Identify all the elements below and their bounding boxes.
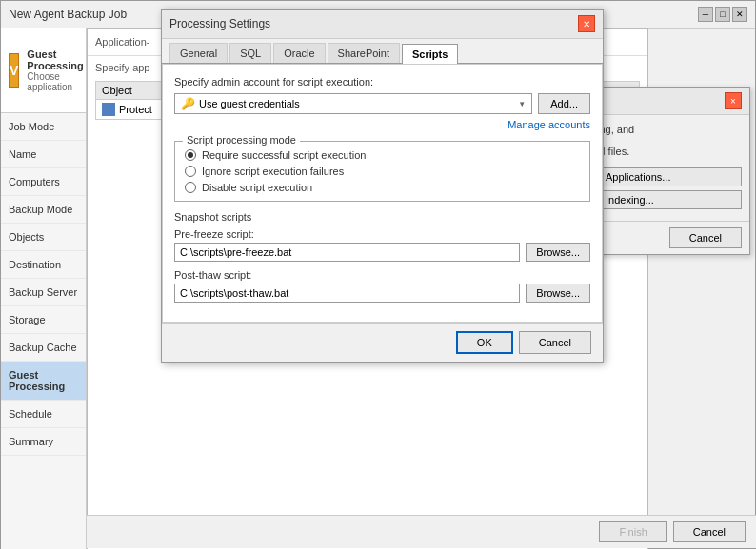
dialog-titlebar: Processing Settings ✕ (162, 10, 603, 39)
dialog-content: Specify admin account for script executi… (162, 64, 603, 323)
close-outer-btn[interactable]: ✕ (732, 7, 747, 22)
outer-controls: ─ □ ✕ (698, 7, 747, 22)
radio-ignore-circle[interactable] (185, 166, 196, 177)
tab-scripts[interactable]: Scripts (402, 44, 458, 64)
ok-btn[interactable]: OK (456, 331, 513, 354)
second-dialog-titlebar: × (589, 88, 749, 115)
tab-sharepoint[interactable]: SharePoint (328, 43, 400, 63)
cancel-btn[interactable]: Cancel (519, 331, 591, 354)
behind-table-cell: Protect (119, 104, 152, 115)
credential-select[interactable]: 🔑 Use guest credentials ▼ (174, 93, 532, 114)
dialog-tabs: General SQL Oracle SharePoint Scripts (162, 39, 603, 64)
dropdown-arrow-icon: ▼ (518, 100, 526, 108)
radio-disable-label: Disable script execution (202, 182, 312, 193)
prefreeze-browse-btn[interactable]: Browse... (526, 243, 590, 262)
postthaw-row: Browse... (174, 284, 590, 303)
add-account-btn[interactable]: Add... (538, 93, 590, 114)
admin-section-label: Specify admin account for script executi… (174, 76, 590, 88)
dialog-footer: OK Cancel (162, 323, 603, 362)
sidebar-item-summary[interactable]: Summary (1, 428, 86, 456)
dialog-close-btn[interactable]: ✕ (578, 15, 595, 32)
sidebar-item-schedule[interactable]: Schedule (1, 401, 86, 428)
snapshot-scripts-section: Snapshot scripts Pre-freeze script: Brow… (174, 211, 590, 303)
sidebar-header: V Guest Processing Choose application (1, 28, 86, 113)
radio-require-circle[interactable] (185, 149, 196, 161)
second-dialog: × ing, and al files. Applications... Ind… (588, 87, 750, 255)
processing-settings-dialog: Processing Settings ✕ General SQL Oracle… (161, 9, 604, 363)
second-dialog-close[interactable]: × (725, 92, 742, 109)
sidebar-item-backupserver[interactable]: Backup Server (1, 279, 86, 306)
tab-oracle[interactable]: Oracle (273, 43, 325, 63)
indexing-btn-second[interactable]: Indexing... (597, 190, 742, 209)
main-footer: Finish Cancel (87, 515, 756, 548)
sidebar-item-computers[interactable]: Computers (1, 168, 86, 196)
radio-require-label: Require successful script execution (202, 149, 366, 161)
sidebar-item-guestprocessing[interactable]: Guest Processing (1, 362, 86, 401)
sidebar-item-jobmode[interactable]: Job Mode (1, 113, 86, 141)
prefreeze-row: Browse... (174, 243, 590, 262)
outer-window: New Agent Backup Job ─ □ ✕ V Guest Proce… (0, 0, 756, 549)
table-row-icon (102, 103, 115, 116)
prefreeze-input[interactable] (174, 243, 520, 262)
second-dialog-content: ing, and al files. Applications... Index… (589, 115, 749, 221)
main-cancel-btn[interactable]: Cancel (673, 521, 746, 542)
postthaw-browse-btn[interactable]: Browse... (526, 284, 590, 303)
radio-ignore-label: Ignore script execution failures (202, 166, 344, 177)
maximize-btn[interactable]: □ (715, 7, 730, 22)
sidebar-item-backupcache[interactable]: Backup Cache (1, 334, 86, 362)
manage-accounts-link[interactable]: Manage accounts (507, 119, 590, 130)
snapshot-title: Snapshot scripts (174, 211, 590, 223)
finish-btn[interactable]: Finish (599, 521, 666, 542)
second-dialog-text1: ing, and (597, 123, 742, 137)
prefreeze-label: Pre-freeze script: (174, 228, 590, 240)
radio-disable[interactable]: Disable script execution (185, 182, 580, 193)
sidebar-logo: V (9, 53, 19, 88)
minimize-btn[interactable]: ─ (698, 7, 713, 22)
second-dialog-footer: Cancel (589, 221, 749, 254)
script-mode-group: Script processing mode Require successfu… (174, 141, 590, 202)
postthaw-input[interactable] (174, 284, 520, 303)
sidebar-item-objects[interactable]: Objects (1, 224, 86, 251)
radio-ignore[interactable]: Ignore script execution failures (185, 166, 580, 177)
outer-title: New Agent Backup Job (9, 8, 127, 21)
tab-sql[interactable]: SQL (229, 43, 271, 63)
sidebar-item-name[interactable]: Name (1, 141, 86, 168)
radio-disable-circle[interactable] (185, 182, 196, 193)
select-row: 🔑 Use guest credentials ▼ Add... (174, 93, 590, 114)
second-dialog-cancel[interactable]: Cancel (669, 227, 742, 248)
sidebar-header-text: Guest Processing Choose application (27, 49, 83, 92)
key-icon: 🔑 (181, 97, 195, 110)
sidebar: V Guest Processing Choose application Jo… (1, 28, 87, 549)
sidebar-item-storage[interactable]: Storage (1, 306, 86, 334)
applications-btn[interactable]: Applications... (597, 167, 742, 186)
sidebar-item-backupmode[interactable]: Backup Mode (1, 196, 86, 224)
radio-require[interactable]: Require successful script execution (185, 149, 580, 161)
sidebar-item-destination[interactable]: Destination (1, 251, 86, 279)
postthaw-label: Post-thaw script: (174, 269, 590, 281)
script-mode-title: Script processing mode (183, 134, 300, 146)
manage-link-container: Manage accounts (174, 118, 590, 131)
second-dialog-text2: al files. (597, 145, 742, 159)
tab-general[interactable]: General (169, 43, 228, 63)
dialog-title: Processing Settings (169, 17, 270, 30)
select-value: Use guest credentials (199, 98, 300, 109)
